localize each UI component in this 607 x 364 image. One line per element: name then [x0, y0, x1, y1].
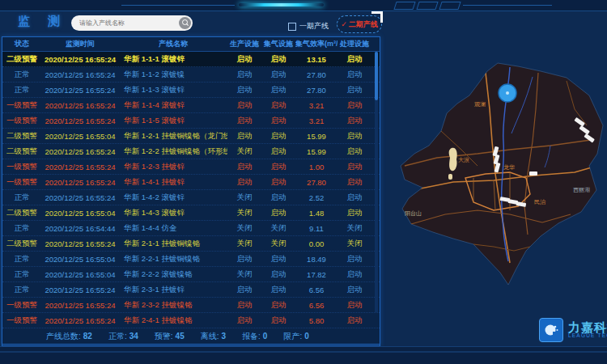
cell-time: 2020/12/25 16:55:24 — [41, 147, 119, 156]
cell-treat: 启动 — [337, 70, 371, 80]
table-row[interactable]: 正常2020/12/25 16:54:44华新 1-4-4 仿金关闭关闭9.11… — [2, 221, 380, 236]
phase1-label: 一期产线 — [299, 21, 329, 32]
cell-prod: 启动 — [227, 315, 261, 326]
cell-prod: 启动 — [227, 300, 261, 311]
cell-gas: 启动 — [261, 146, 295, 157]
decor-line — [463, 5, 552, 6]
cell-status: 正常 — [2, 193, 41, 203]
table-row[interactable]: 二级预警2020/12/25 16:55:24华新 2-1-1 挂镀铜镍铬关闭关… — [2, 236, 380, 252]
cell-treat: 启动 — [337, 177, 371, 188]
search-icon[interactable] — [179, 17, 191, 29]
cell-gas: 启动 — [261, 54, 295, 65]
decor-box — [416, 2, 438, 10]
cell-gas: 启动 — [261, 254, 295, 265]
cell-gas: 启动 — [261, 162, 295, 172]
cell-status: 正常 — [2, 70, 41, 80]
cell-prod: 启动 — [227, 100, 261, 111]
search-box[interactable] — [71, 15, 193, 31]
checkbox-icon[interactable] — [288, 23, 296, 31]
cell-eff: 15.99 — [295, 132, 337, 141]
cell-eff: 5.80 — [295, 316, 337, 325]
table-row[interactable]: 正常2020/12/25 16:55:04华新 2-2-2 滚镀镍铬关闭启动17… — [2, 267, 380, 282]
table-row[interactable]: 一级预警2020/12/25 16:55:24华新 1-2-3 挂镀锌启动启动1… — [2, 159, 380, 175]
table-row[interactable]: 一级预警2020/12/25 16:55:24华新 1-4-1 挂镀锌启动启动2… — [2, 175, 380, 190]
table-row[interactable]: 正常2020/12/25 16:55:24华新 1-1-2 滚镀镍启动启动27.… — [2, 67, 380, 83]
map-label-yangtaishan: 阳台山 — [405, 210, 422, 217]
cell-status: 二级预警 — [2, 146, 41, 157]
cell-eff: 6.56 — [295, 286, 337, 294]
cell-time: 2020/12/25 16:55:24 — [41, 193, 119, 202]
cell-prod: 关闭 — [227, 208, 261, 218]
cell-gas: 启动 — [261, 315, 295, 326]
cell-prod: 启动 — [227, 70, 261, 80]
monitoring-dashboard: { "header": { "title": "监 测", "search_pl… — [0, 0, 607, 364]
cell-treat: 启动 — [337, 54, 371, 65]
cell-name: 华新 2-2-1 挂镀铜镍铬 — [119, 254, 227, 265]
table-row[interactable]: 二级预警2020/12/25 16:55:24华新 1-2-2 挂镀铜镍铬（环形… — [2, 144, 380, 159]
table-row[interactable]: 正常2020/12/25 16:55:24华新 1-4-2 滚镀锌关闭启动2.5… — [2, 190, 380, 205]
cell-time: 2020/12/25 16:54:44 — [41, 224, 119, 233]
col-header-gas: 集气设施 — [261, 39, 295, 49]
cell-gas: 启动 — [261, 285, 295, 295]
table-row[interactable]: 正常2020/12/25 16:55:24华新 2-3-1 挂镀锌启动启动6.5… — [2, 282, 380, 298]
table-row[interactable]: 二级预警2020/12/25 16:55:04华新 1-4-3 滚镀锌关闭启动1… — [2, 205, 380, 221]
cell-prod: 关闭 — [227, 223, 261, 234]
cell-eff: 27.80 — [295, 70, 337, 79]
cell-name: 华新 1-4-4 仿金 — [119, 223, 227, 234]
cell-time: 2020/12/25 16:55:24 — [41, 55, 119, 64]
cell-gas: 启动 — [261, 208, 295, 218]
cell-name: 华新 2-3-1 挂镀锌 — [119, 285, 227, 295]
cell-prod: 启动 — [227, 131, 261, 142]
logo-name: 力嘉科技 — [568, 321, 607, 334]
scrollbar-thumb[interactable] — [375, 52, 378, 100]
monitor-table-panel: 状态 监测时间 产线名称 生产设施 集气设施 集气效率(m³/s) 处理设施 二… — [2, 36, 380, 346]
table-row[interactable]: 正常2020/12/25 16:55:24华新 1-1-3 滚镀锌启动启动27.… — [2, 83, 380, 98]
map-label-guanlan: 观澜 — [474, 101, 486, 108]
cell-eff: 17.82 — [295, 270, 337, 279]
cell-gas: 启动 — [261, 131, 295, 142]
map-label-xilihu: 西丽湖 — [573, 187, 590, 193]
table-row[interactable]: 正常2020/12/25 16:55:04华新 2-2-1 挂镀铜镍铬启动启动1… — [2, 252, 380, 267]
cell-eff: 2.52 — [295, 193, 337, 202]
selection-corner-bracket — [371, 11, 383, 23]
cell-prod: 关闭 — [227, 146, 261, 157]
page-title: 监 测 — [18, 14, 67, 29]
cell-name: 华新 2-4-1 挂镀镍铬 — [119, 315, 227, 326]
table-row[interactable]: 二级预警2020/12/25 16:55:24华新 1-1-1 滚镀锌启动启动1… — [2, 52, 380, 67]
cell-name: 华新 1-1-2 滚镀镍 — [119, 70, 227, 80]
cell-status: 二级预警 — [2, 131, 41, 142]
table-row[interactable]: 一级预警2020/12/25 16:55:24华新 1-1-4 滚镀锌启动启动3… — [2, 98, 380, 113]
table-row[interactable]: 一级预警2020/12/25 16:55:24华新 2-3-2 挂镀镍铬启动启动… — [2, 298, 380, 313]
col-header-time: 监测时间 — [41, 39, 119, 49]
table-row[interactable]: 一级预警2020/12/25 16:55:24华新 2-4-1 挂镀镍铬启动启动… — [2, 313, 380, 328]
table-row[interactable]: 二级预警2020/12/25 16:55:04华新 1-2-1 挂镀铜镍铬（龙门… — [2, 129, 380, 144]
col-header-eff: 集气效率(m³/s) — [295, 39, 337, 49]
cell-eff: 1.00 — [295, 163, 337, 171]
cell-name: 华新 1-2-1 挂镀铜镍铬（龙门线） — [119, 131, 227, 142]
cell-time: 2020/12/25 16:55:04 — [41, 209, 119, 218]
glow-line-decor — [239, 3, 324, 6]
cell-eff: 3.21 — [295, 101, 337, 110]
cell-name: 华新 1-4-2 滚镀锌 — [119, 193, 227, 203]
cell-eff: 1.48 — [295, 209, 337, 218]
phase1-checkbox[interactable]: 一期产线 — [288, 21, 329, 32]
cell-treat: 关闭 — [337, 223, 371, 234]
district-map[interactable]: 观澜 大浪 龙华 民治 阳台山 西丽湖 — [388, 44, 607, 324]
cell-treat: 启动 — [337, 100, 371, 111]
cell-time: 2020/12/25 16:55:24 — [41, 86, 119, 95]
cell-eff: 27.80 — [295, 86, 337, 95]
cell-name: 华新 1-2-3 挂镀锌 — [119, 162, 227, 172]
cell-status: 一级预警 — [2, 300, 41, 311]
cell-status: 正常 — [2, 85, 41, 95]
table-scrollbar[interactable] — [375, 52, 378, 312]
logo-subtitle: LEAGUE TECH — [568, 333, 607, 339]
cell-status: 一级预警 — [2, 177, 41, 188]
table-row[interactable]: 一级预警2020/12/25 16:55:24华新 1-1-5 滚镀锌启动启动3… — [2, 113, 380, 129]
cell-name: 华新 1-1-4 滚镀锌 — [119, 100, 227, 111]
cell-eff: 3.21 — [295, 116, 337, 125]
table-header-row: 状态 监测时间 产线名称 生产设施 集气设施 集气效率(m³/s) 处理设施 — [2, 37, 380, 52]
cell-treat: 启动 — [337, 208, 371, 218]
cell-gas: 启动 — [261, 300, 295, 311]
search-input[interactable] — [71, 19, 179, 27]
cell-status: 二级预警 — [2, 208, 41, 218]
